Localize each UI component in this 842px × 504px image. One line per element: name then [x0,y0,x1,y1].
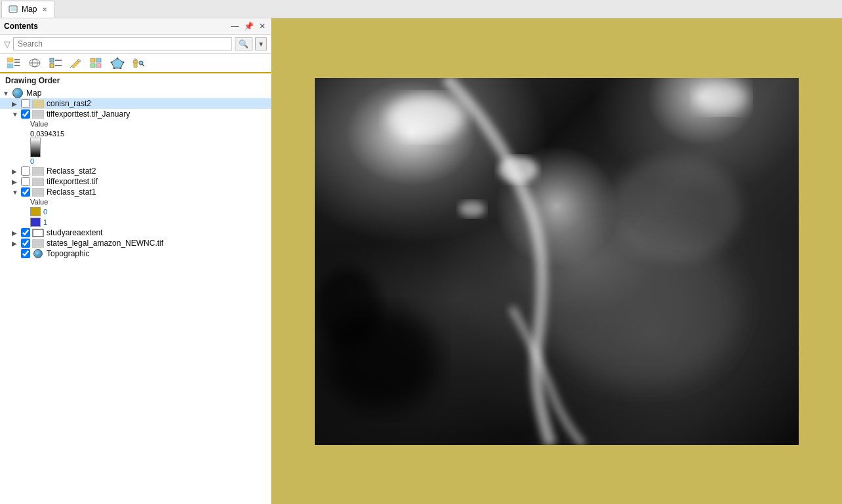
svg-point-52 [498,157,538,183]
main-layout: Contents — 📌 ✕ ▽ 🔍 ▾ [0,18,842,504]
expand-reclass1-arrow[interactable]: ▼ [12,189,21,196]
svg-rect-34 [32,110,44,119]
svg-rect-47 [32,239,44,248]
list-by-type-button[interactable] [46,56,66,70]
expand-tiff-arrow[interactable]: ▶ [12,178,21,185]
reclass-stat1-label: Reclass_stat1 [47,187,96,197]
search-bar: ▽ 🔍 ▾ [0,35,271,54]
expand-conisn-arrow[interactable]: ▶ [12,100,21,107]
chevron-down-icon: ▾ [259,39,263,48]
contents-header-icons: — 📌 ✕ [230,21,267,31]
tab-map[interactable]: Map ✕ [1,1,54,18]
list-by-drawing-order-button[interactable] [4,56,24,70]
expand-studyarea-arrow[interactable]: ▶ [12,229,21,237]
tiffjan-gradient-swatch [30,138,41,157]
tree-item-tiffexport-january[interactable]: ▼ tiffexporttest.tif_January [0,109,271,119]
reclass1-value-1: 1 [43,218,47,226]
advanced-button[interactable] [129,56,148,70]
expand-tiffjan-arrow[interactable]: ▼ [12,111,21,118]
reclass1-legend-1: 1 [0,217,271,227]
svg-rect-26 [133,60,138,63]
advanced-icon [131,57,146,69]
map-tab-icon [9,5,18,14]
amazon-checkbox[interactable] [21,239,30,248]
filter-layer-button[interactable] [108,56,127,70]
search-input[interactable] [13,37,232,50]
tiffexporttest-icon [32,177,44,186]
tiffjan-top-value: 0,0394315 [30,130,64,138]
options-button[interactable] [67,56,85,70]
add-preset-button[interactable] [87,56,106,70]
tiffexporttest-label: tiffexporttest.tif [47,177,98,186]
close-panel-icon[interactable]: ✕ [258,21,267,31]
tree-item-tiffexporttest[interactable]: ▶ tiffexporttest.tif [0,176,271,187]
expand-map-group-arrow[interactable]: ▼ [3,90,12,97]
svg-rect-1 [10,7,16,11]
svg-point-56 [544,229,741,386]
tiffjan-value-header: Value [0,119,271,128]
pencil-icon [70,57,83,69]
svg-rect-43 [32,188,44,197]
search-dropdown-button[interactable]: ▾ [255,37,267,50]
tree-item-map-group[interactable]: ▼ Map [0,88,271,98]
svg-rect-11 [50,64,54,68]
expand-reclass2-arrow[interactable]: ▶ [12,168,21,175]
map-panel[interactable] [271,18,842,504]
map-group-label: Map [26,88,41,98]
svg-rect-3 [7,64,13,68]
svg-point-24 [111,62,113,64]
tree-item-states-amazon[interactable]: ▶ states_legal_amazon_NEWNC.tif [0,238,271,248]
reclass-stat1-checkbox[interactable] [21,187,30,197]
studyarea-icon [32,228,44,237]
reclass-stat2-checkbox[interactable] [21,166,30,176]
svg-rect-10 [50,58,54,62]
svg-point-57 [610,157,741,262]
search-button[interactable]: 🔍 [235,37,252,50]
tab-close-button[interactable]: ✕ [42,6,47,13]
tree-item-topographic[interactable]: ▶ Topographic [0,248,271,259]
tab-map-label: Map [22,5,37,14]
reclass-stat2-label: Reclass_stat2 [47,166,96,176]
topographic-icon [32,249,44,258]
svg-point-53 [459,201,485,217]
contents-toolbar [0,54,271,73]
svg-rect-16 [96,58,101,62]
amazon-label: states_legal_amazon_NEWNC.tif [47,239,163,248]
svg-rect-31 [32,100,44,108]
svg-point-50 [387,94,466,140]
tiffjan-icon [32,109,44,119]
tiffjan-bottom-value: 0 [30,157,34,165]
layer-tree: ▼ Map ▶ conisn_rast2 [0,87,271,504]
svg-rect-17 [90,64,95,68]
tree-item-reclass-stat1[interactable]: ▼ Reclass_stat1 [0,187,271,197]
svg-point-20 [117,58,119,60]
contents-title: Contents [4,22,38,31]
studyarea-checkbox[interactable] [21,228,30,237]
tiffjan-checkbox[interactable] [21,109,30,119]
search-magnifier-icon: 🔍 [239,39,249,48]
expand-amazon-arrow[interactable]: ▶ [12,240,21,247]
topographic-checkbox[interactable] [21,249,30,258]
add-preset-icon [89,57,104,69]
filter-icon[interactable]: ▽ [4,39,10,49]
svg-point-54 [321,307,439,412]
list-source-icon [28,57,42,69]
svg-rect-15 [90,58,95,62]
filter-polygon-icon [110,57,125,69]
conisn-rast2-icon [32,99,44,108]
conisn-rast2-checkbox[interactable] [21,99,30,108]
minimize-icon[interactable]: — [230,21,240,31]
tree-item-reclass-stat2[interactable]: ▶ Reclass_stat2 [0,166,271,176]
map-overlay-svg [315,78,799,445]
list-type-icon [49,57,63,69]
tiffexporttest-checkbox[interactable] [21,177,30,186]
tree-item-conisn-rast2[interactable]: ▶ conisn_rast2 [0,98,271,109]
svg-line-30 [142,64,144,66]
tree-item-studyarea[interactable]: ▶ studyareaextent [0,227,271,238]
svg-rect-40 [32,178,44,186]
studyarea-label: studyareaextent [47,228,102,237]
reclass-stat2-icon [32,166,44,176]
svg-rect-37 [32,167,44,176]
list-by-source-button[interactable] [25,56,45,70]
pin-icon[interactable]: 📌 [243,21,255,31]
